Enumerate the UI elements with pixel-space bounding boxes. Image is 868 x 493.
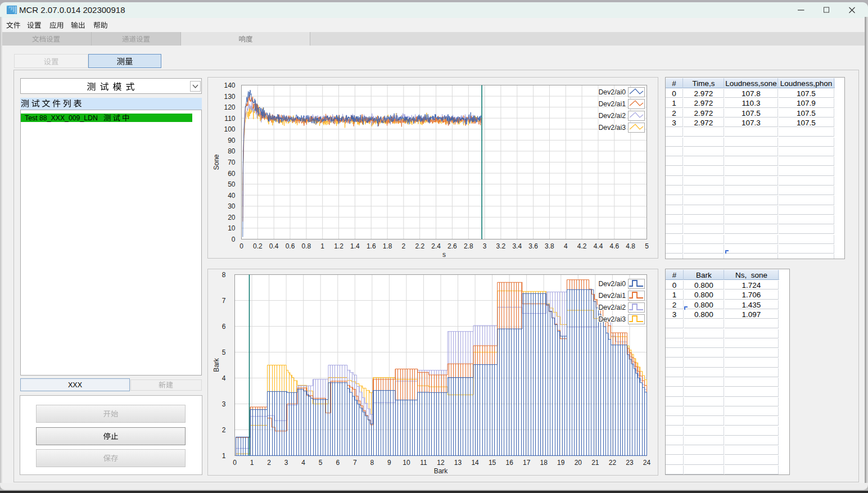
svg-text:0.6: 0.6 [286, 242, 295, 250]
svg-text:1: 1 [250, 459, 254, 467]
svg-text:4.8: 4.8 [626, 242, 635, 250]
svg-text:0.2: 0.2 [253, 242, 263, 250]
svg-text:30: 30 [228, 202, 236, 210]
svg-text:0: 0 [233, 459, 237, 467]
svg-text:20: 20 [575, 459, 582, 467]
svg-text:22: 22 [609, 459, 617, 467]
svg-text:5: 5 [645, 242, 649, 250]
svg-text:4: 4 [222, 374, 226, 382]
svg-text:16: 16 [505, 459, 513, 467]
svg-text:2.8: 2.8 [464, 242, 473, 250]
svg-text:100: 100 [224, 125, 235, 133]
svg-text:Bark: Bark [434, 467, 449, 475]
svg-text:s: s [442, 251, 446, 259]
svg-text:80: 80 [228, 147, 236, 155]
svg-text:14: 14 [471, 459, 479, 467]
svg-text:3.8: 3.8 [545, 242, 554, 250]
svg-text:15: 15 [489, 459, 496, 467]
svg-text:0.4: 0.4 [269, 242, 279, 250]
svg-text:1.2: 1.2 [334, 242, 343, 250]
svg-text:2: 2 [267, 459, 271, 467]
svg-text:3: 3 [222, 400, 226, 408]
svg-text:50: 50 [228, 180, 236, 188]
svg-text:Dev2/ai3: Dev2/ai3 [598, 124, 626, 132]
svg-text:Dev2/ai1: Dev2/ai1 [598, 292, 626, 300]
svg-text:9: 9 [387, 459, 391, 467]
svg-text:Dev2/ai0: Dev2/ai0 [598, 280, 626, 288]
svg-text:1.4: 1.4 [350, 242, 360, 250]
svg-text:0.8: 0.8 [302, 242, 311, 250]
svg-text:18: 18 [540, 459, 548, 467]
svg-text:1.6: 1.6 [367, 242, 376, 250]
svg-text:8: 8 [370, 459, 374, 467]
svg-text:13: 13 [454, 459, 462, 467]
svg-text:1.8: 1.8 [383, 242, 392, 250]
svg-text:Test 88_XXX_009_LDN: Test 88_XXX_009_LDN [25, 114, 98, 122]
svg-text:3: 3 [483, 242, 487, 250]
svg-text:5: 5 [319, 459, 323, 467]
svg-text:1: 1 [320, 242, 324, 250]
svg-text:17: 17 [523, 459, 531, 467]
svg-text:8: 8 [222, 271, 226, 279]
svg-text:3.2: 3.2 [496, 242, 506, 250]
svg-text:110: 110 [224, 115, 235, 123]
svg-text:2.2: 2.2 [415, 242, 424, 250]
svg-text:3.4: 3.4 [512, 242, 522, 250]
svg-text:3: 3 [284, 459, 288, 467]
svg-text:4.6: 4.6 [609, 242, 619, 250]
svg-text:2.6: 2.6 [447, 242, 457, 250]
svg-text:10: 10 [228, 224, 236, 232]
svg-text:0: 0 [239, 242, 243, 250]
svg-text:Dev2/ai1: Dev2/ai1 [598, 100, 626, 108]
svg-text:1: 1 [222, 452, 226, 460]
svg-text:Bark: Bark [213, 358, 220, 372]
svg-text:2.4: 2.4 [431, 242, 441, 250]
svg-text:40: 40 [228, 192, 236, 200]
svg-text:23: 23 [626, 459, 634, 467]
svg-text:Dev2/ai3: Dev2/ai3 [598, 315, 626, 323]
svg-text:6: 6 [222, 323, 226, 331]
svg-text:21: 21 [591, 459, 599, 467]
svg-text:4: 4 [301, 459, 305, 467]
svg-text:4.4: 4.4 [594, 242, 603, 250]
svg-text:19: 19 [557, 459, 565, 467]
svg-text:11: 11 [420, 459, 427, 467]
svg-text:Sone: Sone [213, 154, 220, 170]
svg-text:12: 12 [437, 459, 445, 467]
svg-text:Dev2/ai2: Dev2/ai2 [598, 112, 626, 120]
svg-text:70: 70 [228, 159, 236, 166]
svg-text:2: 2 [222, 426, 226, 434]
svg-text:130: 130 [224, 93, 235, 101]
svg-text:4: 4 [564, 242, 568, 250]
svg-text:10: 10 [403, 459, 410, 467]
svg-text:90: 90 [228, 137, 236, 144]
svg-text:Dev2/ai0: Dev2/ai0 [598, 88, 626, 96]
svg-text:6: 6 [336, 459, 340, 467]
svg-text:140: 140 [224, 82, 235, 89]
svg-text:3.6: 3.6 [528, 242, 538, 250]
svg-text:24: 24 [643, 459, 651, 467]
svg-text:Dev2/ai2: Dev2/ai2 [598, 304, 626, 311]
svg-text:20: 20 [228, 214, 236, 221]
svg-text:5: 5 [222, 349, 226, 356]
svg-text:4.2: 4.2 [577, 242, 587, 250]
svg-text:60: 60 [228, 170, 236, 178]
svg-text:7: 7 [222, 297, 226, 305]
svg-text:7: 7 [353, 459, 357, 467]
svg-text:0: 0 [232, 236, 236, 243]
svg-text:2: 2 [402, 242, 406, 250]
svg-text:120: 120 [224, 103, 235, 111]
